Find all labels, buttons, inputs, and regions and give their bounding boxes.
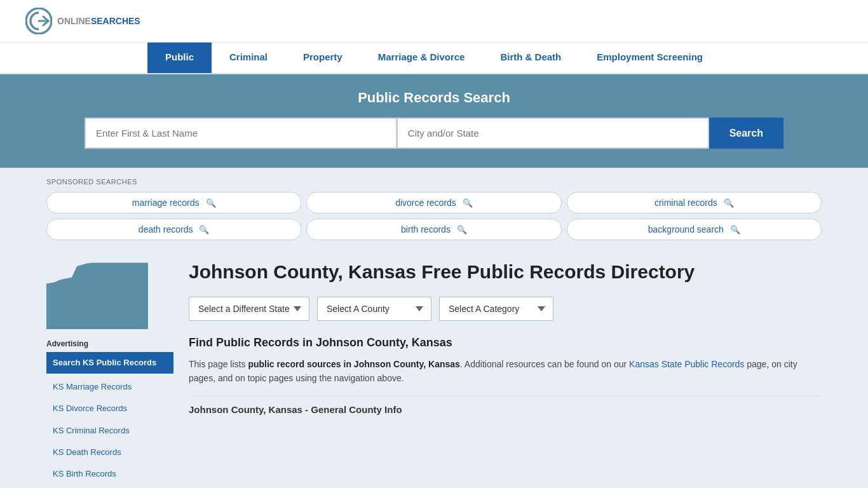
nav-item-public[interactable]: Public <box>147 43 212 73</box>
logo-icon <box>25 8 52 34</box>
nav-item-marriage-divorce[interactable]: Marriage & Divorce <box>360 43 483 73</box>
ad-ks-divorce[interactable]: KS Divorce Records <box>46 398 173 419</box>
search-pill-icon-1: 🔍 <box>206 198 216 208</box>
sponsored-label: SPONSORED SEARCHES <box>46 178 822 186</box>
search-bar: Search <box>85 118 783 149</box>
search-pill-icon-4: 🔍 <box>199 225 209 234</box>
content-area: Advertising Search KS Public Records KS … <box>46 247 822 488</box>
pill-divorce-records[interactable]: divorce records 🔍 <box>306 192 561 214</box>
nav-item-criminal[interactable]: Criminal <box>212 43 285 73</box>
advertising-label: Advertising <box>46 339 173 348</box>
category-select[interactable]: Select A Category <box>439 297 553 321</box>
ks-state-records-link[interactable]: Kansas State Public Records <box>629 359 744 369</box>
pill-marriage-records[interactable]: marriage records 🔍 <box>46 192 301 214</box>
ad-ks-birth[interactable]: KS Birth Records <box>46 463 173 485</box>
search-pills: marriage records 🔍 divorce records 🔍 cri… <box>46 192 822 240</box>
find-title: Find Public Records in Johnson County, K… <box>189 336 822 349</box>
pill-birth-records[interactable]: birth records 🔍 <box>306 219 561 240</box>
ad-ks-marriage[interactable]: KS Marriage Records <box>46 376 173 398</box>
dropdowns-row: Select a Different State Select A County… <box>189 297 822 321</box>
ks-state-map <box>46 259 148 329</box>
ad-search-ks[interactable]: Search KS Public Records <box>46 352 173 374</box>
nav-item-employment[interactable]: Employment Screening <box>579 43 721 73</box>
county-select[interactable]: Select A County <box>317 297 431 321</box>
nav-item-birth-death[interactable]: Birth & Death <box>482 43 579 73</box>
ad-ks-criminal[interactable]: KS Criminal Records <box>46 420 173 442</box>
nav-item-property[interactable]: Property <box>285 43 360 73</box>
pill-death-records[interactable]: death records 🔍 <box>46 219 301 240</box>
main-nav: Public Criminal Property Marriage & Divo… <box>0 43 868 74</box>
name-input[interactable] <box>85 118 397 149</box>
state-select[interactable]: Select a Different State <box>189 297 309 321</box>
content-right: Johnson County, Kansas Free Public Recor… <box>189 259 822 485</box>
hero-section: Public Records Search Search <box>0 74 868 168</box>
site-header: ONLINESEARCHES <box>0 0 868 43</box>
search-pill-icon-6: 🔍 <box>730 225 740 234</box>
search-pill-icon-5: 🔍 <box>457 225 467 234</box>
ad-ks-death[interactable]: KS Death Records <box>46 442 173 463</box>
logo[interactable]: ONLINESEARCHES <box>25 8 140 34</box>
city-input[interactable] <box>397 118 709 149</box>
hero-title: Public Records Search <box>25 90 843 106</box>
search-pill-icon-2: 🔍 <box>463 198 473 208</box>
sponsored-section: SPONSORED SEARCHES marriage records 🔍 di… <box>46 168 822 247</box>
page-title: Johnson County, Kansas Free Public Recor… <box>189 259 822 284</box>
search-pill-icon-3: 🔍 <box>724 198 734 208</box>
search-button[interactable]: Search <box>709 118 783 149</box>
main-content: SPONSORED SEARCHES marriage records 🔍 di… <box>27 168 841 488</box>
pill-criminal-records[interactable]: criminal records 🔍 <box>567 192 822 214</box>
pill-background-search[interactable]: background search 🔍 <box>567 219 822 240</box>
find-text: This page lists public record sources in… <box>189 357 822 386</box>
logo-text: ONLINESEARCHES <box>57 16 140 26</box>
sidebar: Advertising Search KS Public Records KS … <box>46 259 173 485</box>
general-info-title: Johnson County, Kansas - General County … <box>189 396 822 419</box>
